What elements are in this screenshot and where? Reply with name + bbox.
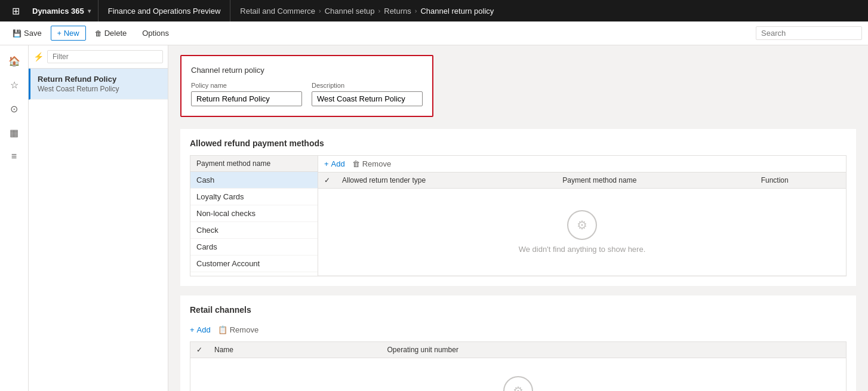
allowed-refund-section: Allowed refund payment methods Payment m… bbox=[180, 129, 856, 286]
filter-icon-button[interactable]: ⚡ bbox=[33, 52, 44, 61]
payment-item-loyalty[interactable]: Loyalty Cards bbox=[190, 189, 318, 205]
add-channel-icon: + bbox=[190, 325, 195, 334]
list-item-subtitle: West Coast Return Policy bbox=[38, 85, 161, 93]
form-card: Channel return policy Policy name Descri… bbox=[180, 55, 433, 117]
app-chevron-icon[interactable]: ▾ bbox=[88, 8, 91, 14]
side-icons: 🏠 ☆ ⊙ ▦ ≡ bbox=[0, 45, 29, 391]
col-operating-unit: Operating unit number bbox=[381, 342, 847, 358]
payment-item-other[interactable]: Other bbox=[190, 272, 318, 273]
list-filter-bar: ⚡ bbox=[29, 45, 168, 69]
new-button[interactable]: + New bbox=[51, 26, 86, 41]
toolbar: 💾 Save + New 🗑 Delete Options bbox=[0, 21, 868, 45]
remove-return-button[interactable]: 🗑 Remove bbox=[352, 159, 391, 168]
breadcrumb-item-3[interactable]: Returns bbox=[384, 7, 411, 16]
delete-icon: 🗑 bbox=[95, 29, 102, 38]
table-header-row: ✓ Allowed return tender type Payment met… bbox=[318, 173, 846, 189]
channels-toolbar: + Add 📋 Remove bbox=[190, 322, 847, 338]
allowed-return-table: ✓ Allowed return tender type Payment met… bbox=[318, 173, 846, 276]
modules-icon[interactable]: ≡ bbox=[4, 146, 25, 167]
save-label: Save bbox=[24, 29, 42, 38]
breadcrumb-sep-1: › bbox=[319, 7, 321, 14]
payment-item-cards[interactable]: Cards bbox=[190, 239, 318, 255]
top-nav: ⊞ Dynamics 365 ▾ Finance and Operations … bbox=[0, 0, 868, 21]
add-channel-button[interactable]: + Add bbox=[190, 325, 211, 334]
col-payment-method: Payment method name bbox=[556, 173, 755, 189]
list-panel: ⚡ Return Refund Policy West Coast Return… bbox=[29, 45, 168, 391]
payment-layout: Payment method name Cash Loyalty Cards N… bbox=[190, 155, 847, 276]
table-toolbar: + Add 🗑 Remove bbox=[318, 156, 846, 173]
list-filter-input[interactable] bbox=[53, 53, 158, 61]
form-row: Policy name Description bbox=[191, 82, 423, 106]
col-tender-type: Allowed return tender type bbox=[336, 173, 556, 189]
form-card-title: Channel return policy bbox=[191, 66, 423, 75]
empty-state: ⚙ We didn't find anything to show here. bbox=[324, 192, 840, 272]
retail-channels-title: Retail channels bbox=[190, 305, 847, 315]
payment-list-items: Cash Loyalty Cards Non-local checks Chec… bbox=[190, 172, 318, 273]
favorites-icon[interactable]: ☆ bbox=[4, 74, 25, 96]
retail-channels-section: Retail channels + Add 📋 Remove ✓ Name Op… bbox=[180, 295, 856, 391]
module-name: Finance and Operations Preview bbox=[99, 0, 231, 21]
remove-channel-button[interactable]: 📋 Remove bbox=[218, 325, 258, 334]
breadcrumb-item-2[interactable]: Channel setup bbox=[325, 7, 375, 16]
empty-row: ⚙ We didn't find anything to show here. bbox=[318, 189, 846, 276]
col-function: Function bbox=[755, 173, 846, 189]
search-input[interactable] bbox=[761, 29, 857, 38]
description-label: Description bbox=[312, 82, 423, 89]
recent-icon[interactable]: ⊙ bbox=[4, 98, 25, 119]
payment-item-customer-account[interactable]: Customer Account bbox=[190, 255, 318, 272]
add-channel-label: Add bbox=[197, 325, 211, 334]
payment-item-cash[interactable]: Cash bbox=[190, 172, 318, 189]
list-search-box[interactable] bbox=[47, 50, 163, 63]
breadcrumb-item-1[interactable]: Retail and Commerce bbox=[240, 7, 315, 16]
home-icon[interactable]: 🏠 bbox=[4, 50, 25, 72]
channels-empty-state: ⚙ We didn't find anything to show here. bbox=[190, 358, 846, 391]
add-return-button[interactable]: + Add bbox=[324, 159, 345, 168]
list-items-container: Return Refund Policy West Coast Return P… bbox=[29, 69, 168, 391]
payment-item-nonlocal[interactable]: Non-local checks bbox=[190, 205, 318, 222]
policy-name-field: Policy name bbox=[191, 82, 302, 106]
remove-return-label: Remove bbox=[362, 159, 391, 168]
delete-button[interactable]: 🗑 Delete bbox=[88, 26, 134, 41]
allowed-return-table-body: ⚙ We didn't find anything to show here. bbox=[318, 189, 846, 276]
options-label: Options bbox=[142, 29, 169, 38]
remove-return-icon: 🗑 bbox=[352, 159, 360, 168]
workspaces-icon[interactable]: ▦ bbox=[4, 122, 25, 143]
channels-empty-icon: ⚙ bbox=[503, 376, 533, 391]
breadcrumb-sep-3: › bbox=[415, 7, 417, 14]
options-button[interactable]: Options bbox=[136, 26, 176, 41]
breadcrumb: Retail and Commerce › Channel setup › Re… bbox=[230, 7, 503, 16]
description-input[interactable] bbox=[312, 91, 423, 106]
add-return-label: Add bbox=[331, 159, 345, 168]
content-area: Channel return policy Policy name Descri… bbox=[168, 45, 868, 391]
breadcrumb-sep-2: › bbox=[378, 7, 381, 14]
list-item[interactable]: Return Refund Policy West Coast Return P… bbox=[29, 69, 168, 100]
payment-item-check[interactable]: Check bbox=[190, 222, 318, 239]
delete-label: Delete bbox=[104, 29, 127, 38]
breadcrumb-current: Channel return policy bbox=[420, 7, 494, 16]
channels-empty-cell: ⚙ We didn't find anything to show here. bbox=[190, 358, 847, 392]
save-button[interactable]: 💾 Save bbox=[6, 26, 48, 41]
app-name-label: Dynamics 365 bbox=[32, 7, 84, 16]
main-layout: 🏠 ☆ ⊙ ▦ ≡ ⚡ Return Refund Policy West Co… bbox=[0, 45, 868, 391]
list-item-title: Return Refund Policy bbox=[38, 75, 161, 84]
allowed-return-table-col: + Add 🗑 Remove ✓ Allowed return tend bbox=[318, 155, 847, 276]
channels-table-body: ⚙ We didn't find anything to show here. bbox=[190, 358, 847, 392]
empty-message: We didn't find anything to show here. bbox=[519, 245, 646, 254]
app-name: Dynamics 365 ▾ bbox=[25, 0, 99, 21]
grid-menu-icon[interactable]: ⊞ bbox=[6, 0, 25, 21]
save-icon: 💾 bbox=[13, 29, 21, 38]
empty-icon: ⚙ bbox=[567, 210, 597, 240]
add-return-icon: + bbox=[324, 159, 329, 168]
remove-channel-label: Remove bbox=[230, 325, 258, 334]
remove-channel-icon: 📋 bbox=[218, 325, 227, 334]
policy-name-label: Policy name bbox=[191, 82, 302, 89]
toolbar-search[interactable] bbox=[756, 26, 862, 40]
channels-check-col: ✓ bbox=[190, 342, 209, 358]
empty-state-cell: ⚙ We didn't find anything to show here. bbox=[318, 189, 846, 276]
col-name: Name bbox=[208, 342, 381, 358]
channels-header-row: ✓ Name Operating unit number bbox=[190, 342, 847, 358]
payment-col-header: Payment method name bbox=[190, 156, 318, 172]
policy-name-input[interactable] bbox=[191, 91, 302, 106]
channels-table: ✓ Name Operating unit number ⚙ We didn't… bbox=[190, 341, 847, 391]
new-icon: + bbox=[57, 29, 61, 38]
